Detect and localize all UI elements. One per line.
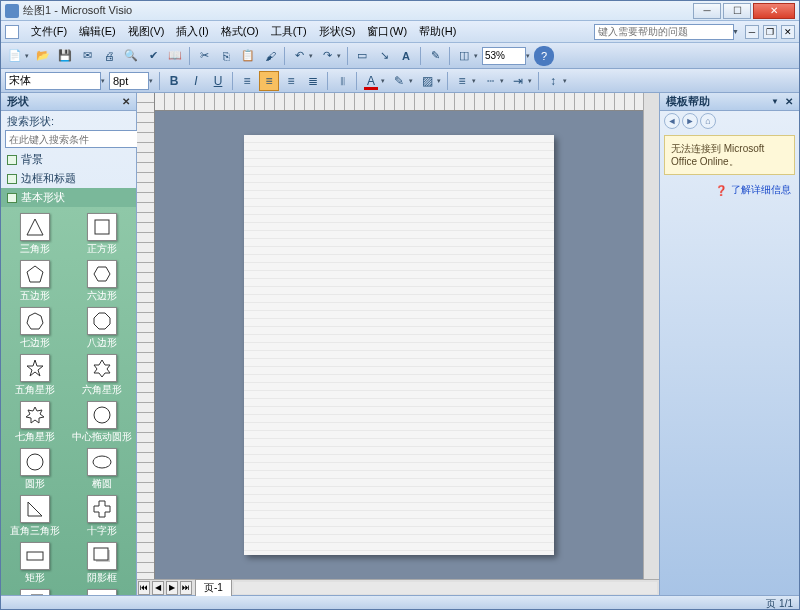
page-tab[interactable]: 页-1 xyxy=(195,579,232,596)
tab-next-button[interactable]: ▶ xyxy=(166,581,178,595)
text-direction-button[interactable]: ↕ xyxy=(543,71,563,91)
task-home-button[interactable]: ⌂ xyxy=(700,113,716,129)
font-color-dropdown-icon[interactable]: ▾ xyxy=(381,77,387,85)
help-search-input[interactable] xyxy=(594,24,734,40)
line-ends-button[interactable]: ⇥ xyxy=(508,71,528,91)
shape-item[interactable]: 八边形 xyxy=(70,307,135,348)
undo-button[interactable]: ↶ xyxy=(289,46,309,66)
print-preview-button[interactable]: 🔍 xyxy=(121,46,141,66)
shape-item[interactable]: 三角形 xyxy=(3,213,68,254)
mdi-close-button[interactable]: ✕ xyxy=(781,25,795,39)
maximize-button[interactable]: ☐ xyxy=(723,3,751,19)
open-button[interactable]: 📂 xyxy=(33,46,53,66)
line-pattern-dropdown-icon[interactable]: ▾ xyxy=(500,77,506,85)
align-right-button[interactable]: ≡ xyxy=(281,71,301,91)
line-color-button[interactable]: ✎ xyxy=(389,71,409,91)
distribute-button[interactable]: ⫴ xyxy=(332,71,352,91)
close-button[interactable]: ✕ xyxy=(753,3,795,19)
format-painter-button[interactable]: 🖌 xyxy=(260,46,280,66)
menu-view[interactable]: 视图(V) xyxy=(122,22,171,41)
drawing-page[interactable] xyxy=(244,135,554,555)
align-left-button[interactable]: ≡ xyxy=(237,71,257,91)
vertical-scrollbar[interactable] xyxy=(643,93,659,579)
category-item[interactable]: 边框和标题 xyxy=(1,169,136,188)
print-button[interactable]: 🖨 xyxy=(99,46,119,66)
help-button[interactable]: ? xyxy=(534,46,554,66)
menu-format[interactable]: 格式(O) xyxy=(215,22,265,41)
minimize-button[interactable]: ─ xyxy=(693,3,721,19)
task-pane-link[interactable]: 了解详细信息 xyxy=(660,179,799,201)
size-dropdown-icon[interactable]: ▾ xyxy=(149,77,155,85)
font-combo[interactable] xyxy=(5,72,101,90)
text-tool-button[interactable]: A xyxy=(396,46,416,66)
mdi-minimize-button[interactable]: ─ xyxy=(745,25,759,39)
zoom-input[interactable] xyxy=(482,47,526,65)
research-button[interactable]: 📖 xyxy=(165,46,185,66)
task-pane-dropdown-icon[interactable]: ▼ xyxy=(771,97,779,106)
undo-dropdown-icon[interactable]: ▾ xyxy=(309,52,315,60)
shapes-dropdown-icon[interactable]: ▾ xyxy=(474,52,480,60)
text-direction-dropdown-icon[interactable]: ▾ xyxy=(563,77,569,85)
italic-button[interactable]: I xyxy=(186,71,206,91)
task-back-button[interactable]: ◄ xyxy=(664,113,680,129)
menu-window[interactable]: 窗口(W) xyxy=(361,22,413,41)
fill-color-button[interactable]: ▨ xyxy=(417,71,437,91)
mail-button[interactable]: ✉ xyxy=(77,46,97,66)
pointer-tool-button[interactable]: ▭ xyxy=(352,46,372,66)
paste-button[interactable]: 📋 xyxy=(238,46,258,66)
task-pane-close-icon[interactable]: ✕ xyxy=(785,96,793,107)
new-button[interactable]: 📄 xyxy=(5,46,25,66)
shape-item[interactable]: 十字形 xyxy=(70,495,135,536)
shape-item[interactable]: 五角星形 xyxy=(3,354,68,395)
bold-button[interactable]: B xyxy=(164,71,184,91)
shape-item[interactable]: 椭圆 xyxy=(70,448,135,489)
tab-prev-button[interactable]: ◀ xyxy=(152,581,164,595)
shape-item[interactable]: 圆形 xyxy=(3,448,68,489)
save-button[interactable]: 💾 xyxy=(55,46,75,66)
line-weight-button[interactable]: ≡ xyxy=(452,71,472,91)
align-justify-button[interactable]: ≣ xyxy=(303,71,323,91)
horizontal-scrollbar[interactable] xyxy=(234,582,657,594)
tab-last-button[interactable]: ⏭ xyxy=(180,581,192,595)
spelling-button[interactable]: ✔ xyxy=(143,46,163,66)
line-ends-dropdown-icon[interactable]: ▾ xyxy=(528,77,534,85)
redo-button[interactable]: ↷ xyxy=(317,46,337,66)
shape-item[interactable]: 五边形 xyxy=(3,260,68,301)
shape-item[interactable]: 三维框 xyxy=(3,589,68,595)
category-item[interactable]: 基本形状 xyxy=(1,188,136,207)
shape-item[interactable]: 正方形 xyxy=(70,213,135,254)
connector-tool-button[interactable]: ↘ xyxy=(374,46,394,66)
shape-item[interactable]: 矩形 xyxy=(3,542,68,583)
line-color-dropdown-icon[interactable]: ▾ xyxy=(409,77,415,85)
ink-button[interactable]: ✎ xyxy=(425,46,445,66)
search-shapes-input[interactable] xyxy=(5,130,140,148)
zoom-dropdown-icon[interactable]: ▾ xyxy=(526,52,532,60)
menu-insert[interactable]: 插入(I) xyxy=(170,22,214,41)
drawing-canvas[interactable] xyxy=(155,111,643,579)
category-item[interactable]: 背景 xyxy=(1,150,136,169)
shape-item[interactable]: 七角星形 xyxy=(3,401,68,442)
shape-item[interactable]: 圆角矩形 xyxy=(70,589,135,595)
line-pattern-button[interactable]: ┄ xyxy=(480,71,500,91)
mdi-restore-button[interactable]: ❐ xyxy=(763,25,777,39)
new-dropdown-icon[interactable]: ▾ xyxy=(25,52,31,60)
task-forward-button[interactable]: ► xyxy=(682,113,698,129)
fill-color-dropdown-icon[interactable]: ▾ xyxy=(437,77,443,85)
line-weight-dropdown-icon[interactable]: ▾ xyxy=(472,77,478,85)
menu-help[interactable]: 帮助(H) xyxy=(413,22,462,41)
menu-edit[interactable]: 编辑(E) xyxy=(73,22,122,41)
shape-item[interactable]: 中心拖动圆形 xyxy=(70,401,135,442)
menu-tools[interactable]: 工具(T) xyxy=(265,22,313,41)
font-color-button[interactable]: A xyxy=(361,71,381,91)
copy-button[interactable]: ⎘ xyxy=(216,46,236,66)
menu-file[interactable]: 文件(F) xyxy=(25,22,73,41)
tab-first-button[interactable]: ⏮ xyxy=(138,581,150,595)
align-center-button[interactable]: ≡ xyxy=(259,71,279,91)
font-size-combo[interactable] xyxy=(109,72,149,90)
menu-shape[interactable]: 形状(S) xyxy=(313,22,362,41)
shape-item[interactable]: 七边形 xyxy=(3,307,68,348)
shape-item[interactable]: 阴影框 xyxy=(70,542,135,583)
shapes-window-button[interactable]: ◫ xyxy=(454,46,474,66)
help-dropdown-icon[interactable]: ▼ xyxy=(732,28,741,35)
control-box-icon[interactable] xyxy=(5,25,19,39)
